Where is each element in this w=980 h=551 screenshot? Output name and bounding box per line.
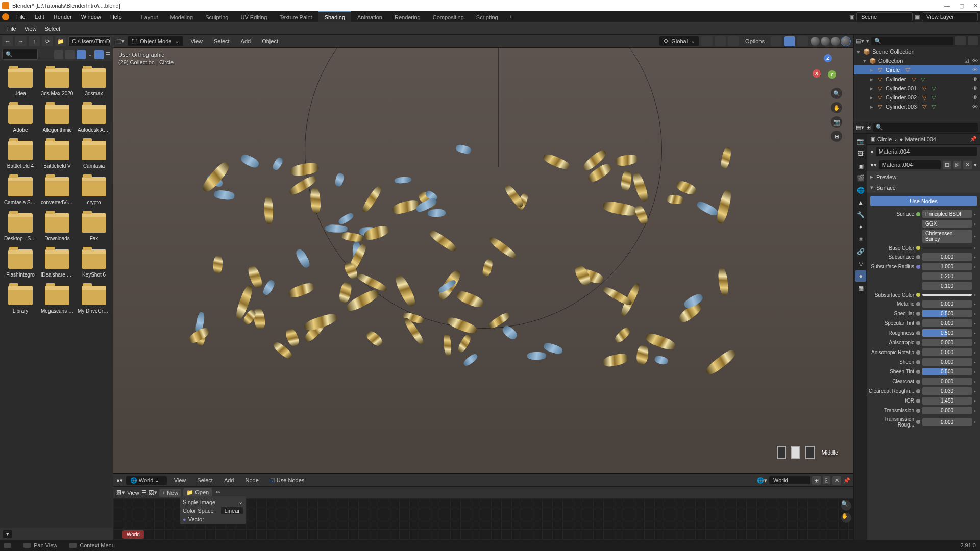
ne-menu-select[interactable]: Select — [193, 475, 217, 485]
file-item[interactable]: Allegorithmic — [39, 103, 76, 135]
gizmo-button[interactable] — [771, 36, 782, 46]
preview-panel-header[interactable]: ▸Preview — [867, 171, 980, 182]
properties-search[interactable]: 🔍 — [873, 123, 978, 132]
editor-type-icon[interactable]: ⬚▾ — [116, 38, 125, 44]
eye-visible-icon[interactable]: 👁 — [972, 67, 978, 73]
file-item[interactable]: 3ds Max 2020 — [39, 66, 76, 98]
sec-menu-file[interactable]: File — [3, 24, 20, 33]
img-new-button[interactable]: + New — [159, 489, 182, 497]
material-copy-button[interactable]: ⎘ — [953, 161, 961, 169]
close-button[interactable]: ✕ — [973, 3, 978, 9]
display-thumb-button[interactable] — [77, 50, 86, 59]
workspace-tab-sculpting[interactable]: Sculpting — [199, 11, 234, 22]
surface-shader-dropdown[interactable]: Principled BSDF — [922, 210, 972, 218]
world-output-node[interactable]: World — [122, 530, 144, 539]
outliner-row-scene-collection[interactable]: ▾📦 Scene Collection — [854, 47, 980, 56]
axis-x-icon[interactable]: X — [813, 69, 821, 78]
xray-button[interactable] — [797, 36, 808, 46]
persp-button[interactable]: ⊞ — [831, 131, 842, 142]
img-editor-type-icon[interactable]: 🖼▾ — [116, 489, 125, 496]
file-item[interactable]: convertedVid... — [39, 175, 76, 207]
ne-type-icon[interactable]: ●▾ — [116, 477, 123, 484]
pin-icon[interactable]: 📌 — [970, 136, 977, 142]
viewlayer-dropdown[interactable]: View Layer — [922, 12, 978, 21]
options-dropdown[interactable]: Options — [741, 37, 769, 46]
file-item[interactable]: Autodesk App... — [76, 103, 112, 135]
tab-texture[interactable]: ▦ — [855, 283, 866, 294]
nav-refresh-button[interactable]: ⟳ — [42, 36, 53, 46]
file-item[interactable]: iDealshare Vi... — [39, 247, 76, 280]
workspace-tab-compositing[interactable]: Compositing — [427, 11, 470, 22]
sec-menu-select[interactable]: Select — [40, 24, 64, 33]
menu-file[interactable]: File — [12, 12, 30, 21]
outliner-row[interactable]: ▸▽Cylinder.001▽▽👁 — [854, 84, 980, 93]
file-search-input[interactable]: 🔍 — [2, 49, 38, 60]
prop-display-icon[interactable]: ⊞ — [866, 124, 871, 131]
workspace-tab-modeling[interactable]: Modeling — [164, 11, 200, 22]
sub-color-field[interactable] — [922, 294, 972, 296]
pan-button[interactable]: ✋ — [831, 102, 842, 113]
display-settings-icon[interactable]: ⌄ — [88, 51, 92, 58]
camera-button[interactable]: 📷 — [831, 116, 842, 128]
minimize-button[interactable]: — — [944, 3, 950, 9]
workspace-tab-animation[interactable]: Animation — [351, 11, 388, 22]
pivot-button[interactable] — [701, 36, 713, 46]
file-item[interactable]: Megascans Li... — [39, 284, 76, 316]
outliner-row[interactable]: ▸▽Cylinder.003▽▽👁 — [854, 102, 980, 111]
tab-physics[interactable]: ⚛ — [855, 234, 866, 245]
material-unlink-button[interactable]: ✕ — [963, 161, 972, 169]
menu-window[interactable]: Window — [77, 12, 105, 21]
path-field[interactable]: C:\Users\Tim\Docume... — [68, 36, 111, 46]
outliner-mode-icon[interactable]: ▾ — [866, 38, 869, 44]
display-list-button[interactable] — [54, 50, 63, 59]
sss-method-dropdown[interactable]: Christensen-Burley — [922, 230, 972, 243]
base-color-field[interactable] — [922, 247, 972, 249]
file-item[interactable]: Camtasia Stu... — [2, 175, 39, 207]
tab-modifier[interactable]: 🔧 — [855, 209, 866, 220]
node-row-vector[interactable]: ●Vector — [181, 515, 245, 523]
sort-icon[interactable]: ☰ — [106, 51, 111, 58]
node-row-single-image[interactable]: Single Image⌄ — [181, 497, 245, 506]
aniso-field[interactable]: 0.000 — [922, 339, 972, 346]
outliner-row[interactable]: ▸▽Circle▽👁 — [854, 65, 980, 74]
workspace-tab-layout[interactable]: Layout — [135, 11, 164, 22]
wireframe-shading[interactable] — [811, 37, 820, 46]
axis-y-icon[interactable]: Y — [828, 70, 836, 79]
scene-dropdown[interactable]: Scene — [856, 12, 913, 21]
workspace-tab-scripting[interactable]: Scripting — [470, 11, 504, 22]
file-item[interactable]: Downloads — [39, 211, 76, 243]
specular-field[interactable]: 0.500 — [922, 310, 972, 317]
file-item[interactable]: Camtasia — [76, 139, 112, 171]
tab-render[interactable]: 📷 — [855, 136, 866, 147]
subsurface-field[interactable]: 0.000 — [922, 253, 972, 261]
workspace-tab-uv-editing[interactable]: UV Editing — [234, 11, 273, 22]
filter-button[interactable] — [94, 50, 104, 59]
tab-scene[interactable]: 🎬 — [855, 172, 866, 184]
img-menu-options[interactable]: ☰ — [141, 489, 146, 496]
ne-use-nodes-checkbox[interactable]: ☑ Use Nodes — [266, 475, 308, 485]
distribution-dropdown[interactable]: GGX — [922, 220, 972, 228]
navigation-gizmo[interactable]: X Y Z — [812, 53, 842, 84]
material-icon[interactable]: ●▾ — [870, 162, 877, 168]
material-menu-button[interactable]: ▾ — [974, 162, 977, 168]
workspace-tab-shading[interactable]: Shading — [318, 11, 351, 22]
img-menu-view[interactable]: View — [127, 490, 139, 496]
outliner-search[interactable]: 🔍 — [871, 37, 953, 45]
mode-dropdown[interactable]: ⬚ Object Mode ⌄ — [128, 36, 183, 46]
file-item[interactable]: .idea — [2, 66, 39, 98]
menu-render[interactable]: Render — [50, 12, 76, 21]
workspace-tab-rendering[interactable]: Rendering — [388, 11, 427, 22]
eye-visible-icon[interactable]: 👁 — [972, 58, 978, 64]
node-canvas[interactable]: Single Image⌄ Color SpaceLinear ●Vector … — [113, 498, 853, 540]
vp-menu-select[interactable]: Select — [210, 37, 234, 46]
ne-unlink-button[interactable]: ✕ — [832, 476, 841, 485]
tab-viewlayer[interactable]: ▣ — [855, 160, 866, 171]
tab-mesh[interactable]: ▽ — [855, 258, 866, 269]
file-item[interactable]: Fax — [76, 211, 112, 243]
sec-menu-view[interactable]: View — [20, 24, 41, 33]
prop-editor-icon[interactable]: ▤▾ — [856, 124, 864, 131]
outliner-new-col-button[interactable] — [968, 36, 978, 45]
axis-z-icon[interactable]: Z — [824, 54, 832, 62]
eye-visible-icon[interactable]: 👁 — [972, 76, 978, 82]
file-item[interactable]: Desktop - Sho... — [2, 211, 39, 243]
